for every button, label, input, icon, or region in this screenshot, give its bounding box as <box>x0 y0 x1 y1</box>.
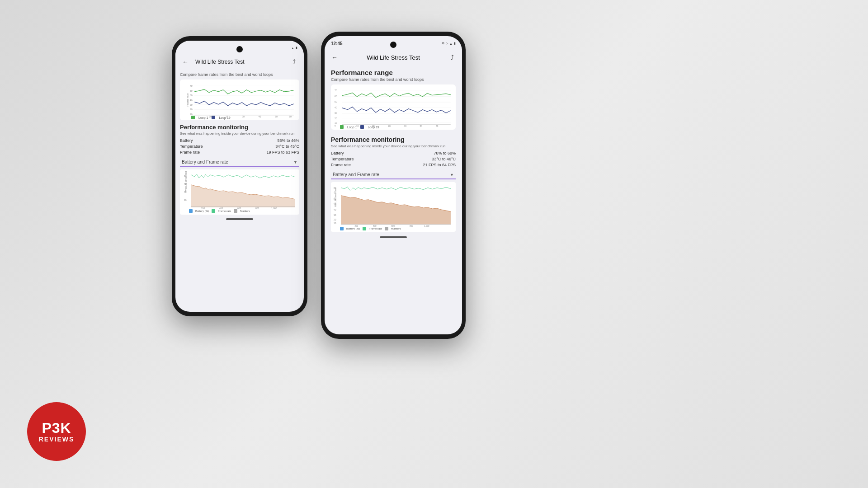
logo: P3K REVIEWS <box>27 402 86 461</box>
legend-markers-icon-right <box>385 227 388 230</box>
svg-text:60: 60 <box>436 125 439 127</box>
dropdown-label-right: Battery and Frame rate <box>333 172 379 177</box>
perf-monitoring-right: Performance monitoring See what was happ… <box>331 136 456 167</box>
bottom-legend-left: Battery (%) Frame rate Markers <box>189 209 250 213</box>
svg-text:20: 20 <box>184 199 187 202</box>
perf-label-temp-right: Temperature <box>331 157 354 161</box>
screen-content-right: Performance range Compare frame rates fr… <box>325 66 462 235</box>
perf-chart-svg-right: 70 60 50 40 30 20 10 0 <box>334 87 453 127</box>
battery-icon-right: ▮ <box>454 42 456 45</box>
svg-text:70: 70 <box>190 84 193 87</box>
legend-battery-label-left: Battery (%) <box>195 210 209 212</box>
dropdown-left[interactable]: Battery and Frame rate ▼ <box>180 158 299 167</box>
legend-loop19-right <box>360 125 364 129</box>
app-bar-right: Wild Life Stress Test <box>325 49 462 66</box>
svg-text:Wild Life Stress Test: Wild Life Stress Test <box>335 188 337 207</box>
perf-range-subtitle-left: Compare frame rates from the best and wo… <box>180 72 299 77</box>
chart-y-left: Frame rate <box>186 93 189 106</box>
legend-loop1-label-left: Loop 1 <box>198 116 208 119</box>
svg-text:10: 10 <box>190 113 193 116</box>
dropdown-arrow-right: ▼ <box>450 173 454 177</box>
phone-right: 12:45 ⚙ ▷ ▲ ▮ Wild Life Stress Test Perf… <box>321 32 466 339</box>
perf-chart-svg-left: 70 60 50 40 30 20 10 <box>183 82 297 117</box>
home-indicator-left <box>226 218 253 220</box>
perf-row-battery-left: Battery 55% to 46% <box>180 138 299 143</box>
battery-icon: ▮ <box>296 46 297 50</box>
chart-legend-right: Loop 1 Loop 19 <box>340 125 379 129</box>
perf-row-temp-left: Temperature 34°C to 45°C <box>180 144 299 149</box>
perf-label-battery-left: Battery <box>180 138 193 143</box>
svg-text:50: 50 <box>190 94 193 97</box>
camera-notch-left <box>236 46 243 52</box>
legend-battery-icon-left <box>189 209 193 213</box>
perf-value-battery-left: 55% to 46% <box>277 138 299 143</box>
perf-value-battery-right: 78% to 68% <box>434 151 456 155</box>
perf-monitoring-left: Performance monitoring See what was happ… <box>180 124 299 155</box>
perf-row-fps-left: Frame rate 19 FPS to 63 FPS <box>180 150 299 155</box>
legend-battery-icon-right <box>340 227 344 230</box>
perf-title-left: Performance monitoring <box>180 124 299 131</box>
svg-text:40: 40 <box>404 125 406 127</box>
svg-text:10: 10 <box>334 222 336 225</box>
svg-text:40: 40 <box>190 99 193 102</box>
legend-loop1-left <box>191 116 195 119</box>
phone-right-screen: 12:45 ⚙ ▷ ▲ ▮ Wild Life Stress Test Perf… <box>325 36 462 334</box>
svg-text:40: 40 <box>334 208 336 211</box>
perf-value-temp-left: 34°C to 45°C <box>275 144 299 149</box>
cast-icon: ▷ <box>446 42 448 45</box>
wifi-icon-right: ▲ <box>449 42 453 45</box>
legend-loop1-label-right: Loop 1 <box>347 126 357 129</box>
svg-text:1,000: 1,000 <box>424 225 429 227</box>
svg-text:1,000: 1,000 <box>271 207 277 210</box>
svg-marker-64 <box>341 196 451 225</box>
phone-left: ▲ ▮ Wild Life Stress Test Compare frame … <box>172 36 307 316</box>
perf-row-fps-right: Frame rate 21 FPS to 64 FPS <box>331 163 456 167</box>
back-button-left[interactable] <box>181 57 190 66</box>
app-title-left: Wild Life Stress Test <box>190 53 289 70</box>
phone-left-screen: ▲ ▮ Wild Life Stress Test Compare frame … <box>175 41 304 312</box>
bottom-chart-right: 80 70 60 50 40 30 20 10 Wild Life Stress… <box>331 182 456 232</box>
logo-subtext: REVIEWS <box>39 436 75 442</box>
legend-fps-label-right: Frame rate <box>369 227 382 230</box>
svg-text:30: 30 <box>242 115 245 117</box>
svg-text:10: 10 <box>335 122 337 124</box>
perf-value-temp-right: 33°C to 46°C <box>432 157 456 161</box>
bottom-legend-right: Battery (%) Frame rate Markers <box>340 227 401 230</box>
perf-range-subtitle-right: Compare frame rates from the best and wo… <box>331 77 456 82</box>
svg-text:60: 60 <box>289 115 292 117</box>
perf-label-fps-left: Frame rate <box>180 150 200 155</box>
app-bar-left: Wild Life Stress Test <box>175 53 304 70</box>
bottom-chart-svg-left: 50 40 30 20 Wild Life Stress Test 200 40… <box>182 171 297 212</box>
perf-range-chart-right: 70 60 50 40 30 20 10 0 <box>331 84 456 130</box>
perf-range-chart-left: Frame rate 70 60 50 40 30 20 10 <box>180 80 299 120</box>
share-button-right[interactable] <box>448 53 457 62</box>
back-button-right[interactable] <box>330 53 339 62</box>
perf-row-temp-right: Temperature 33°C to 46°C <box>331 157 456 161</box>
legend-fps-icon-right <box>363 227 366 230</box>
svg-text:50: 50 <box>420 125 422 127</box>
bottom-chart-left: 50 40 30 20 Wild Life Stress Test 200 40… <box>180 169 299 215</box>
svg-text:20: 20 <box>335 117 337 120</box>
svg-text:30: 30 <box>388 125 391 127</box>
legend-fps-label-left: Frame rate <box>218 210 231 212</box>
svg-text:800: 800 <box>410 225 413 227</box>
svg-text:30: 30 <box>190 103 193 106</box>
perf-value-fps-right: 21 FPS to 64 FPS <box>423 163 456 167</box>
dropdown-label-left: Battery and Frame rate <box>182 160 228 164</box>
perf-label-fps-right: Frame rate <box>331 163 351 167</box>
status-time-right: 12:45 <box>331 41 343 46</box>
svg-text:60: 60 <box>335 95 337 98</box>
camera-notch-right <box>390 42 396 48</box>
svg-text:20: 20 <box>334 218 336 221</box>
dropdown-right[interactable]: Battery and Frame rate ▼ <box>331 171 456 179</box>
home-indicator-right <box>380 236 407 238</box>
svg-text:0: 0 <box>335 124 336 127</box>
screen-content-left: Compare frame rates from the best and wo… <box>175 70 304 216</box>
legend-loop19-left <box>212 116 215 119</box>
legend-loop19-label-right: Loop 19 <box>368 126 379 129</box>
app-title-right: Wild Life Stress Test <box>339 54 448 61</box>
share-button-left[interactable] <box>289 57 298 66</box>
svg-text:50: 50 <box>275 115 278 117</box>
svg-marker-26 <box>191 185 295 207</box>
svg-text:30: 30 <box>334 214 336 216</box>
